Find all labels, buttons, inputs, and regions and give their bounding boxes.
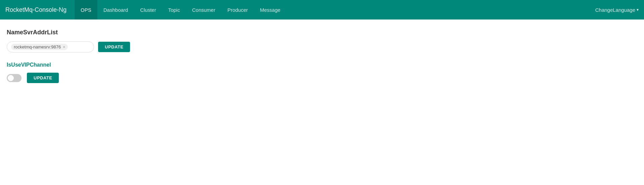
- nav-item-consumer[interactable]: Consumer: [186, 0, 221, 20]
- tag-input-area: rocketmq-namesrv:9876 × UPDATE: [7, 41, 637, 52]
- nav-link-dashboard[interactable]: Dashboard: [97, 0, 134, 20]
- tags-container[interactable]: rocketmq-namesrv:9876 ×: [7, 41, 94, 52]
- nav-item-cluster[interactable]: Cluster: [134, 0, 162, 20]
- vip-channel-toggle[interactable]: [7, 74, 22, 82]
- vip-controls: UPDATE: [7, 73, 637, 83]
- toggle-slider: [7, 74, 22, 82]
- namesrv-update-button[interactable]: UPDATE: [98, 42, 130, 52]
- nav-link-message[interactable]: Message: [254, 0, 287, 20]
- nav-item-ops[interactable]: OPS: [75, 0, 97, 20]
- main-content: NameSvrAddrList rocketmq-namesrv:9876 × …: [0, 20, 644, 92]
- nav-item-topic[interactable]: Topic: [162, 0, 186, 20]
- change-language-button[interactable]: ChangeLanguage: [595, 7, 639, 13]
- namesrv-tag: rocketmq-namesrv:9876 ×: [11, 44, 68, 50]
- nav-item-dashboard[interactable]: Dashboard: [97, 0, 134, 20]
- tag-close-icon[interactable]: ×: [63, 45, 65, 49]
- navbar: RocketMq-Console-Ng OPS Dashboard Cluste…: [0, 0, 644, 20]
- nav-link-cluster[interactable]: Cluster: [134, 0, 162, 20]
- nav-link-ops[interactable]: OPS: [75, 0, 97, 20]
- nav-link-topic[interactable]: Topic: [162, 0, 186, 20]
- nav-item-message[interactable]: Message: [254, 0, 287, 20]
- nav-link-consumer[interactable]: Consumer: [186, 0, 221, 20]
- navbar-brand[interactable]: RocketMq-Console-Ng: [5, 6, 67, 13]
- navbar-right: ChangeLanguage: [595, 7, 639, 13]
- nav-link-producer[interactable]: Producer: [221, 0, 254, 20]
- nav-item-producer[interactable]: Producer: [221, 0, 254, 20]
- vip-section-title: IsUseVIPChannel: [7, 62, 637, 68]
- vip-update-button[interactable]: UPDATE: [27, 73, 59, 83]
- namesrv-tag-value: rocketmq-namesrv:9876: [14, 44, 61, 49]
- navbar-nav: OPS Dashboard Cluster Topic Consumer Pro…: [75, 0, 595, 20]
- namesrv-section-title: NameSvrAddrList: [7, 29, 637, 36]
